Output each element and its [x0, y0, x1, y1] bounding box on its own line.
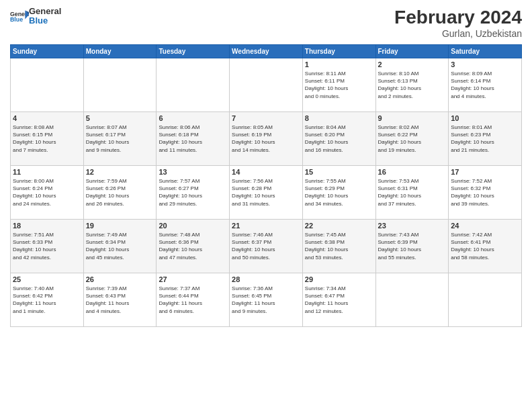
day-number: 16 [378, 168, 447, 176]
day-number: 17 [451, 168, 519, 176]
day-number: 7 [232, 114, 300, 122]
day-info: Sunrise: 7:36 AM Sunset: 6:45 PM Dayligh… [232, 285, 300, 315]
calendar-week-row: 4Sunrise: 8:08 AM Sunset: 6:15 PM Daylig… [11, 112, 522, 166]
calendar-cell [230, 58, 303, 112]
calendar-cell [157, 58, 230, 112]
day-number: 29 [305, 275, 373, 283]
day-info: Sunrise: 7:39 AM Sunset: 6:43 PM Dayligh… [86, 285, 154, 315]
day-info: Sunrise: 8:09 AM Sunset: 6:14 PM Dayligh… [451, 70, 519, 100]
day-number: 5 [86, 114, 154, 122]
calendar-cell: 12Sunrise: 7:59 AM Sunset: 6:26 PM Dayli… [83, 166, 157, 220]
day-info: Sunrise: 8:04 AM Sunset: 6:20 PM Dayligh… [305, 124, 373, 154]
calendar-header-thursday: Thursday [302, 45, 375, 58]
day-number: 1 [305, 60, 373, 68]
day-number: 19 [86, 222, 154, 230]
calendar-cell: 6Sunrise: 8:06 AM Sunset: 6:18 PM Daylig… [157, 112, 230, 166]
day-number: 24 [451, 222, 519, 230]
calendar-cell: 16Sunrise: 7:53 AM Sunset: 6:31 PM Dayli… [375, 166, 449, 220]
logo-icon: General Blue [10, 9, 29, 23]
day-number: 2 [378, 60, 447, 68]
day-info: Sunrise: 7:57 AM Sunset: 6:27 PM Dayligh… [159, 177, 227, 208]
calendar-header-tuesday: Tuesday [157, 45, 230, 58]
calendar-cell: 13Sunrise: 7:57 AM Sunset: 6:27 PM Dayli… [157, 166, 230, 220]
day-info: Sunrise: 8:06 AM Sunset: 6:18 PM Dayligh… [159, 124, 227, 154]
day-number: 18 [13, 222, 81, 230]
calendar-cell: 8Sunrise: 8:04 AM Sunset: 6:20 PM Daylig… [302, 112, 375, 166]
calendar-cell: 25Sunrise: 7:40 AM Sunset: 6:42 PM Dayli… [11, 273, 84, 327]
calendar-header-row: SundayMondayTuesdayWednesdayThursdayFrid… [11, 45, 522, 58]
calendar-header-sunday: Sunday [11, 45, 84, 58]
calendar-cell [11, 58, 84, 112]
calendar-week-row: 11Sunrise: 8:00 AM Sunset: 6:24 PM Dayli… [11, 166, 522, 220]
calendar-header-saturday: Saturday [449, 45, 522, 58]
day-number: 13 [159, 168, 227, 176]
day-info: Sunrise: 8:02 AM Sunset: 6:22 PM Dayligh… [378, 124, 447, 154]
calendar-cell: 24Sunrise: 7:42 AM Sunset: 6:41 PM Dayli… [449, 220, 522, 273]
calendar-cell: 11Sunrise: 8:00 AM Sunset: 6:24 PM Dayli… [11, 166, 84, 220]
calendar-cell: 4Sunrise: 8:08 AM Sunset: 6:15 PM Daylig… [11, 112, 84, 166]
day-info: Sunrise: 7:34 AM Sunset: 6:47 PM Dayligh… [305, 285, 373, 315]
day-info: Sunrise: 8:08 AM Sunset: 6:15 PM Dayligh… [13, 124, 81, 154]
day-info: Sunrise: 7:42 AM Sunset: 6:41 PM Dayligh… [451, 231, 519, 261]
header: General Blue General Blue February 2024 … [10, 7, 522, 39]
day-info: Sunrise: 7:48 AM Sunset: 6:36 PM Dayligh… [159, 231, 227, 261]
calendar-cell: 7Sunrise: 8:05 AM Sunset: 6:19 PM Daylig… [230, 112, 303, 166]
calendar-cell: 27Sunrise: 7:37 AM Sunset: 6:44 PM Dayli… [157, 273, 230, 327]
calendar-cell: 22Sunrise: 7:45 AM Sunset: 6:38 PM Dayli… [302, 220, 375, 273]
calendar-cell [83, 58, 157, 112]
day-number: 25 [13, 275, 81, 283]
calendar-week-row: 18Sunrise: 7:51 AM Sunset: 6:33 PM Dayli… [11, 220, 522, 273]
day-number: 12 [86, 168, 154, 176]
day-info: Sunrise: 7:59 AM Sunset: 6:26 PM Dayligh… [86, 177, 154, 208]
calendar-cell: 28Sunrise: 7:36 AM Sunset: 6:45 PM Dayli… [230, 273, 303, 327]
calendar-cell [375, 273, 449, 327]
day-info: Sunrise: 7:51 AM Sunset: 6:33 PM Dayligh… [13, 231, 81, 261]
main-title: February 2024 [394, 7, 522, 28]
calendar-header-monday: Monday [83, 45, 157, 58]
calendar-cell: 5Sunrise: 8:07 AM Sunset: 6:17 PM Daylig… [83, 112, 157, 166]
calendar-cell: 14Sunrise: 7:56 AM Sunset: 6:28 PM Dayli… [230, 166, 303, 220]
day-number: 8 [305, 114, 373, 122]
day-info: Sunrise: 7:56 AM Sunset: 6:28 PM Dayligh… [232, 177, 300, 208]
day-number: 6 [159, 114, 227, 122]
calendar-header-friday: Friday [375, 45, 449, 58]
calendar-cell: 20Sunrise: 7:48 AM Sunset: 6:36 PM Dayli… [157, 220, 230, 273]
calendar-cell: 29Sunrise: 7:34 AM Sunset: 6:47 PM Dayli… [302, 273, 375, 327]
calendar-cell: 10Sunrise: 8:01 AM Sunset: 6:23 PM Dayli… [449, 112, 522, 166]
day-number: 15 [305, 168, 373, 176]
day-number: 27 [159, 275, 227, 283]
day-number: 14 [232, 168, 300, 176]
day-info: Sunrise: 7:52 AM Sunset: 6:32 PM Dayligh… [451, 177, 519, 208]
calendar-table: SundayMondayTuesdayWednesdayThursdayFrid… [10, 44, 522, 327]
day-number: 28 [232, 275, 300, 283]
page: General Blue General Blue February 2024 … [0, 0, 532, 411]
calendar-cell: 23Sunrise: 7:43 AM Sunset: 6:39 PM Dayli… [375, 220, 449, 273]
day-info: Sunrise: 7:37 AM Sunset: 6:44 PM Dayligh… [159, 285, 227, 315]
subtitle: Gurlan, Uzbekistan [394, 28, 522, 39]
day-info: Sunrise: 7:45 AM Sunset: 6:38 PM Dayligh… [305, 231, 373, 261]
calendar-header-wednesday: Wednesday [230, 45, 303, 58]
day-info: Sunrise: 7:40 AM Sunset: 6:42 PM Dayligh… [13, 285, 81, 315]
day-info: Sunrise: 8:07 AM Sunset: 6:17 PM Dayligh… [86, 124, 154, 154]
calendar-cell: 2Sunrise: 8:10 AM Sunset: 6:13 PM Daylig… [375, 58, 449, 112]
logo-general: General [29, 6, 61, 16]
calendar-cell: 21Sunrise: 7:46 AM Sunset: 6:37 PM Dayli… [230, 220, 303, 273]
day-number: 3 [451, 60, 519, 68]
calendar-cell: 3Sunrise: 8:09 AM Sunset: 6:14 PM Daylig… [449, 58, 522, 112]
logo: General Blue General Blue [10, 7, 61, 26]
logo-text-block: General Blue [29, 7, 61, 26]
calendar-cell: 26Sunrise: 7:39 AM Sunset: 6:43 PM Dayli… [83, 273, 157, 327]
calendar-cell: 19Sunrise: 7:49 AM Sunset: 6:34 PM Dayli… [83, 220, 157, 273]
day-info: Sunrise: 8:11 AM Sunset: 6:11 PM Dayligh… [305, 70, 373, 100]
day-number: 23 [378, 222, 447, 230]
day-info: Sunrise: 8:00 AM Sunset: 6:24 PM Dayligh… [13, 177, 81, 208]
calendar-cell [449, 273, 522, 327]
day-info: Sunrise: 7:49 AM Sunset: 6:34 PM Dayligh… [86, 231, 154, 261]
logo-blue: Blue [29, 15, 48, 26]
day-info: Sunrise: 8:10 AM Sunset: 6:13 PM Dayligh… [378, 70, 447, 100]
calendar-cell: 1Sunrise: 8:11 AM Sunset: 6:11 PM Daylig… [302, 58, 375, 112]
day-number: 22 [305, 222, 373, 230]
day-number: 26 [86, 275, 154, 283]
calendar-week-row: 1Sunrise: 8:11 AM Sunset: 6:11 PM Daylig… [11, 58, 522, 112]
calendar-cell: 18Sunrise: 7:51 AM Sunset: 6:33 PM Dayli… [11, 220, 84, 273]
